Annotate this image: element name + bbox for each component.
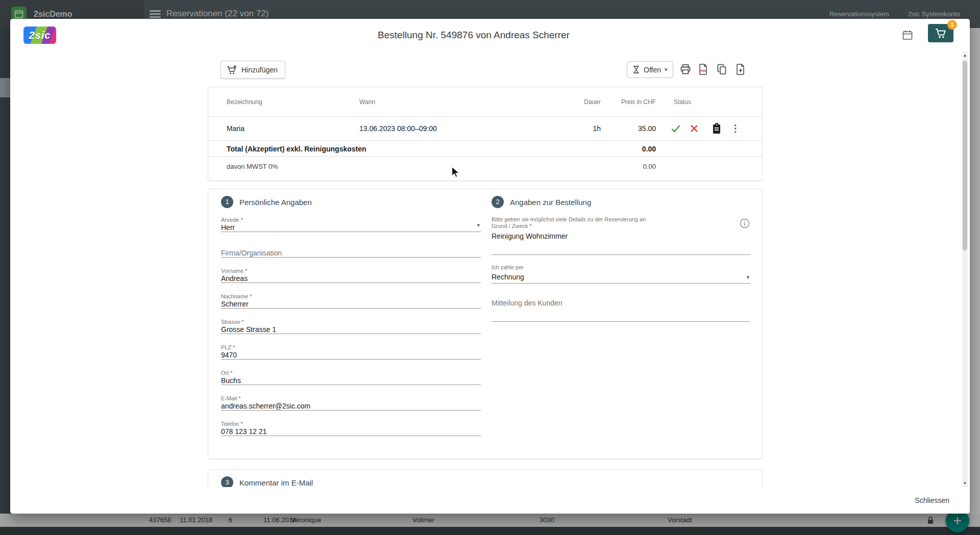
total-row: Total (Akzeptiert) exkl. Reinigungskoste…	[208, 140, 762, 157]
field-label: Strasse *	[221, 319, 481, 325]
header-wann: Wann	[359, 87, 375, 117]
svg-text:PDF: PDF	[700, 69, 706, 72]
field-label: PLZ *	[221, 344, 481, 350]
more-menu-icon[interactable]: ⋮	[729, 122, 742, 135]
cart-badge: 1	[947, 20, 957, 30]
table-header: Bezeichnung Wann Dauer Preis in CHF Stat…	[208, 87, 762, 117]
section-title: Kommentar im E-Mail	[239, 478, 313, 487]
field-label	[221, 242, 481, 248]
section-comment-header: 3 Kommentar im E-Mail	[221, 476, 313, 487]
message-underline	[492, 321, 750, 322]
chevron-down-icon[interactable]: ▾	[746, 274, 749, 281]
dialog-header: 2sic Bestellung Nr. 549876 von Andreas S…	[10, 19, 970, 52]
close-button[interactable]: Schliessen	[909, 492, 955, 508]
pay-underline	[492, 283, 750, 284]
field-label: Nachname *	[221, 293, 481, 299]
message-input[interactable]: Mitteilung des Kunden	[492, 299, 562, 307]
field-value: 078 123 12 21	[221, 427, 481, 436]
dialog-title: Bestellung Nr. 549876 von Andreas Scherr…	[10, 19, 970, 52]
dialog-footer: Schliessen	[10, 487, 970, 514]
copy-button[interactable]	[713, 61, 730, 78]
calendar-icon[interactable]	[901, 29, 914, 41]
status-label: Offen	[644, 66, 661, 74]
screen: 2sicDemo Reservationen (22 von 72) Reser…	[0, 0, 980, 535]
vorname-field[interactable]: Vorname * Andreas	[221, 268, 481, 283]
field-label: Anrede *	[221, 217, 481, 223]
personal-fields: Anrede * Herr ▾ Firma/Organisation Vorna…	[221, 217, 481, 446]
section-personal-header: 1 Persönliche Angaben	[221, 196, 312, 208]
vat-row: davon MWST 0% 0.00	[208, 157, 762, 181]
scrollbar-thumb[interactable]	[963, 61, 967, 250]
copy-icon	[716, 63, 728, 75]
mouse-cursor	[451, 166, 462, 179]
purpose-hint-line2: Grund / Zweck *	[492, 223, 716, 230]
firma-field[interactable]: Firma/Organisation	[221, 242, 481, 258]
strasse-field[interactable]: Strasse * Grosse Strasse 1	[221, 319, 481, 334]
chevron-down-icon: ▾	[665, 66, 668, 73]
ort-field[interactable]: Ort * Buchs	[221, 370, 481, 385]
field-value: Herr	[221, 223, 481, 232]
order-dialog: 2sic Bestellung Nr. 549876 von Andreas S…	[10, 19, 970, 514]
section-title: Persönliche Angaben	[239, 198, 312, 207]
scroll-up-icon[interactable]: ▲	[962, 53, 968, 58]
cart-plus-icon	[226, 65, 237, 75]
hourglass-icon	[632, 65, 640, 74]
field-placeholder: Firma/Organisation	[221, 248, 481, 258]
clipboard-icon[interactable]	[710, 122, 723, 135]
plz-field[interactable]: PLZ * 9470	[221, 344, 481, 360]
field-label: Ort *	[221, 370, 481, 376]
cell-bezeichnung: Maria	[227, 117, 244, 140]
field-value: andreas.scherrer@2sic.com	[221, 401, 481, 411]
telefon-field[interactable]: Telefon * 078 123 12 21	[221, 421, 481, 436]
field-value: Buchs	[221, 376, 481, 385]
cell-wann: 13.06.2023 08:00–09:00	[359, 117, 437, 140]
email-field[interactable]: E-Mail * andreas.scherrer@2sic.com	[221, 395, 481, 411]
chevron-down-icon[interactable]: ▾	[477, 222, 480, 228]
accept-icon[interactable]	[670, 122, 682, 135]
order-details-fields: Bitte geben sie möglichst viele Details …	[492, 189, 750, 460]
field-value: Scherrer	[221, 299, 481, 309]
anrede-select[interactable]: Anrede * Herr ▾	[221, 217, 481, 232]
cell-preis: 35.00	[638, 117, 656, 140]
nachname-field[interactable]: Nachname * Scherrer	[221, 293, 481, 309]
field-value: Grosse Strasse 1	[221, 325, 481, 334]
total-value: 0.00	[642, 141, 656, 157]
note-add-icon	[734, 63, 747, 75]
add-item-button[interactable]: Hinzufügen	[220, 61, 285, 79]
pay-select[interactable]: Rechnung	[492, 273, 524, 281]
field-label: E-Mail *	[221, 395, 481, 401]
status-dropdown[interactable]: Offen ▾	[627, 61, 673, 78]
details-card: 1 Persönliche Angaben Anrede * Herr ▾ Fi…	[208, 189, 763, 459]
dialog-content: Hinzufügen Offen ▾ PDF Beze	[10, 52, 970, 487]
add-item-label: Hinzufügen	[241, 66, 278, 74]
section-number-badge: 1	[221, 196, 233, 208]
table-row: Maria 13.06.2023 08:00–09:00 1h 35.00 ⋮	[208, 117, 762, 140]
print-button[interactable]	[677, 61, 694, 78]
reject-icon[interactable]	[688, 122, 700, 135]
info-icon[interactable]	[739, 218, 750, 229]
printer-icon	[679, 63, 692, 75]
vat-label: davon MWST 0%	[227, 157, 278, 177]
field-value: 9470	[221, 350, 481, 360]
field-value: Andreas	[221, 274, 481, 283]
scroll-down-icon[interactable]: ▼	[962, 481, 968, 486]
comment-card: 3 Kommentar im E-Mail	[208, 469, 763, 487]
field-label: Telefon *	[221, 421, 481, 427]
pdf-button[interactable]: PDF	[695, 61, 712, 78]
purpose-hint-line1: Bitte geben sie möglichst viele Details …	[492, 216, 716, 223]
header-status: Status	[674, 87, 691, 117]
cell-dauer: 1h	[593, 117, 601, 140]
pdf-icon: PDF	[697, 63, 709, 75]
purpose-input[interactable]: Reinigung Wohnzimmer	[492, 232, 568, 240]
vat-value: 0.00	[643, 157, 656, 177]
field-label: Vorname *	[221, 268, 481, 274]
order-items-card: Bezeichnung Wann Dauer Preis in CHF Stat…	[208, 87, 763, 181]
purpose-hint: Bitte geben sie möglichst viele Details …	[492, 216, 716, 230]
pay-label: Ich zahle per	[492, 264, 524, 270]
purpose-underline	[492, 254, 750, 255]
add-document-button[interactable]	[732, 61, 749, 78]
cart-button[interactable]: 1	[928, 24, 953, 42]
header-bezeichnung: Bezeichnung	[227, 87, 262, 117]
scrollbar[interactable]: ▲ ▼	[962, 52, 968, 487]
header-dauer: Dauer	[584, 87, 601, 117]
